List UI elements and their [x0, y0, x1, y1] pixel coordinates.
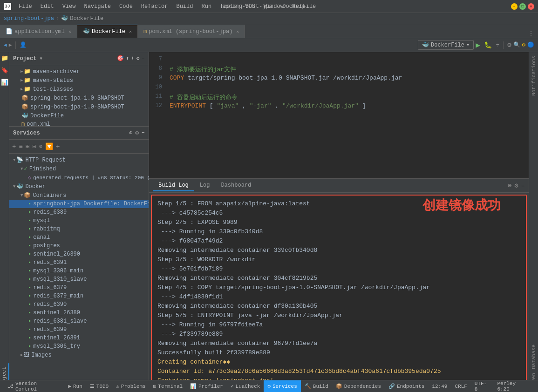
build-log-settings-icon[interactable]: ⚙ [514, 182, 518, 189]
tab-dockerfile[interactable]: 🐳 DockerFile ✕ [77, 25, 138, 38]
plugin-icon[interactable]: 🔵 [527, 41, 534, 48]
service-filter-icon[interactable]: ⚙ [39, 143, 42, 150]
status-problems[interactable]: ⚠ Problems [112, 380, 149, 392]
service-redis-6379-main[interactable]: ▪ redis_6379_main [9, 292, 149, 300]
tree-item-maven-status[interactable]: ▶ 📁 maven-status [9, 76, 149, 85]
status-crlf[interactable]: CRLF [451, 380, 470, 392]
status-dependencies[interactable]: 📦 Dependencies [332, 380, 385, 392]
tree-item-test-classes[interactable]: ▶ 📁 test-classes [9, 85, 149, 94]
service-redis-6379[interactable]: ▪ redis_6379 [9, 284, 149, 292]
tabs-options-icon[interactable]: ⋮ [528, 30, 534, 38]
coverage-icon[interactable]: ☂ [496, 41, 499, 49]
close-button[interactable]: ✕ [528, 3, 534, 10]
breadcrumb-project[interactable]: spring-boot-jpa [4, 15, 54, 22]
code-editor[interactable]: 7 8 # 添加要运行的jar文件 9 COPY target/sprin [149, 52, 529, 178]
tab-log[interactable]: Log [194, 180, 216, 191]
service-mysql[interactable]: ▪ mysql [9, 216, 149, 225]
service-redis-6390[interactable]: ▪ redis_6390 [9, 300, 149, 309]
menu-edit[interactable]: Edit [37, 2, 58, 11]
bookmark-icon[interactable]: 🔖 [0, 66, 9, 74]
menu-run[interactable]: Run [197, 2, 215, 11]
settings-icon[interactable]: ⚙ [507, 41, 511, 49]
run-config-dropdown[interactable]: 🐳 DockerFile ▾ [418, 40, 474, 50]
project-dropdown-icon[interactable]: ▾ [39, 55, 42, 62]
service-images[interactable]: ▶ 🖼 Images [9, 351, 149, 359]
project-settings-icon[interactable]: ⚙ [136, 55, 140, 62]
status-version-control[interactable]: ⎇ Version Control [4, 380, 64, 392]
status-build[interactable]: 🔨 Build [301, 380, 332, 392]
service-group-icon[interactable]: ⊞ [26, 142, 29, 150]
service-filter2-icon[interactable]: 🔽 [45, 142, 53, 150]
build-log-add-icon[interactable]: ⊕ [508, 182, 511, 189]
service-springboot-jpa[interactable]: ▪ springboot-jpa Dockerfile: DockerFile [9, 200, 149, 208]
search-icon[interactable]: 🔍 [513, 41, 520, 48]
services-collapse-icon[interactable]: – [142, 129, 145, 136]
tab-application-yml[interactable]: 📄 application.yml ✕ [0, 25, 77, 38]
service-docker[interactable]: ▼ 🐳 Docker [9, 182, 149, 191]
tree-item-snapshot1[interactable]: 📦 spring-boot-jpa-1.0-SNAPSHOT [9, 94, 149, 102]
add-service-icon[interactable]: ⊕ [129, 129, 132, 136]
service-list-icon[interactable]: ≡ [19, 143, 22, 150]
status-charset[interactable]: UTF-8 [471, 380, 494, 392]
status-profiler[interactable]: 📊 Profiler [186, 380, 227, 392]
service-postgres[interactable]: ▪ postgres [9, 242, 149, 250]
notification-icon[interactable]: ⚙ [522, 41, 525, 48]
service-sentinel-26391[interactable]: ▪ sentinel_26391 [9, 334, 149, 342]
tab-dashboard[interactable]: Dashboard [215, 180, 257, 191]
status-luacheck[interactable]: ✓ LuaCheck [227, 380, 264, 392]
menu-file[interactable]: File [15, 2, 36, 11]
status-todo[interactable]: ☰ TODO [86, 380, 112, 392]
tree-item-dockerfile[interactable]: 🐳 DockerFile [9, 111, 149, 120]
menu-refactor[interactable]: Refactor [137, 2, 172, 11]
menu-navigate[interactable]: Navigate [80, 2, 115, 11]
expand-all-icon[interactable]: ⬇ [131, 55, 134, 62]
service-mysql-3306[interactable]: ▪ mysql_3306_main [9, 267, 149, 275]
menu-code[interactable]: Code [116, 2, 136, 11]
forward-nav-icon[interactable]: ▶ [9, 42, 12, 48]
back-nav-icon[interactable]: ◀ [4, 42, 7, 48]
service-group2-icon[interactable]: ⊟ [32, 142, 36, 150]
service-rabbitmq[interactable]: ▪ rabbitmq [9, 225, 149, 233]
service-redis-6381[interactable]: ▪ redis_6381_slave [9, 317, 149, 325]
user-icon[interactable]: 👤 [20, 41, 27, 48]
project-icon[interactable]: 📁 [0, 54, 9, 62]
menu-build[interactable]: Build [172, 2, 197, 11]
maximize-button[interactable]: □ [519, 3, 526, 10]
tree-item-snapshot2[interactable]: 📦 spring-boot-jpa-1.0-SNAPSHOT [9, 102, 149, 111]
status-endpoints[interactable]: 🔗 Endpoints [385, 380, 428, 392]
status-run[interactable]: ▶ Run [64, 380, 86, 392]
run-button[interactable]: ▶ [476, 41, 480, 50]
service-generated-requests[interactable]: ◇ generated-requests | #68 Status: 200 (… [9, 173, 149, 182]
minimize-button[interactable]: – [511, 3, 518, 10]
service-http-request[interactable]: ▼ 📡 HTTP Request [9, 155, 149, 164]
database-label[interactable]: Database [531, 345, 537, 369]
tree-item-pom[interactable]: m pom.xml [9, 120, 149, 126]
tab-pom-close-icon[interactable]: ✕ [236, 29, 239, 34]
notifications-label[interactable]: Notifications [531, 56, 537, 96]
build-log-content[interactable]: Step 1/5 : FROM anapsix/alpine-java:late… [151, 195, 527, 390]
service-sentinel-26389[interactable]: ▪ sentinel_26389 [9, 309, 149, 317]
service-add-icon[interactable]: + [12, 143, 16, 150]
service-redis-6399[interactable]: ▪ redis_6399 [9, 325, 149, 334]
tab-pom-xml[interactable]: m pom.xml (spring-boot-jpa) ✕ [138, 25, 245, 38]
service-redis-6391[interactable]: ▪ redis_6391 [9, 258, 149, 267]
service-containers[interactable]: ▼ 📦 Containers [9, 191, 149, 200]
project-more-icon[interactable]: – [142, 55, 145, 62]
service-mysql-3310[interactable]: ▪ mysql_3310_slave [9, 275, 149, 284]
build-log-collapse-icon[interactable]: – [521, 182, 525, 189]
status-services[interactable]: ⚙ Services [264, 380, 300, 392]
menu-view[interactable]: View [59, 2, 80, 11]
scroll-to-source-icon[interactable]: 🎯 [117, 55, 124, 62]
service-new-icon[interactable]: + [56, 143, 60, 150]
service-canal[interactable]: ▪ canal [9, 233, 149, 242]
status-terminal[interactable]: ⊞ Terminal [150, 380, 186, 392]
debug-icon[interactable]: 🐛 [484, 41, 492, 49]
tab-build-log[interactable]: Build Log [153, 180, 194, 191]
tab-close-icon[interactable]: ✕ [68, 29, 71, 34]
service-redis-6389[interactable]: ▪ redis_6389 [9, 208, 149, 216]
service-mysql-3306-try[interactable]: ▪ mysql_3306_try [9, 342, 149, 351]
tab-docker-close-icon[interactable]: ✕ [129, 29, 132, 34]
structure-icon[interactable]: 📊 [0, 78, 9, 87]
service-sentinel-26390[interactable]: ▪ sentinel_26390 [9, 250, 149, 258]
collapse-all-icon[interactable]: ⬆ [126, 55, 129, 62]
